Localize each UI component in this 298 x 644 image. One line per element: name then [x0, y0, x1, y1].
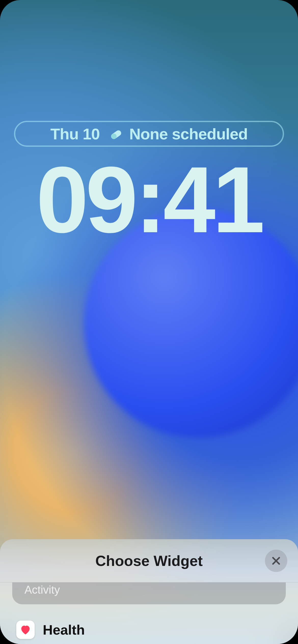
sheet-title: Choose Widget [95, 552, 203, 569]
sheet-header: Choose Widget [0, 539, 298, 582]
close-icon [271, 555, 281, 566]
widget-card-activity[interactable]: Activity [12, 582, 286, 604]
health-app-icon [16, 621, 35, 639]
choose-widget-sheet: Choose Widget Activity Health [0, 539, 298, 644]
sheet-content[interactable]: Activity Health [0, 582, 298, 644]
lockscreen-widget-text: None scheduled [129, 125, 248, 143]
pill-icon [109, 126, 124, 141]
clock-time: 09:41 [0, 153, 298, 247]
lockscreen-wallpaper: Thu 10 None scheduled 09:41 Choose Widge… [0, 0, 298, 644]
date-widget-pill[interactable]: Thu 10 None scheduled [14, 121, 284, 147]
section-header-health: Health [16, 621, 286, 639]
section-label: Health [43, 622, 85, 638]
close-button[interactable] [265, 550, 287, 572]
heart-icon [20, 625, 31, 635]
widget-subtitle: Activity [24, 583, 258, 596]
date-label: Thu 10 [50, 125, 100, 143]
